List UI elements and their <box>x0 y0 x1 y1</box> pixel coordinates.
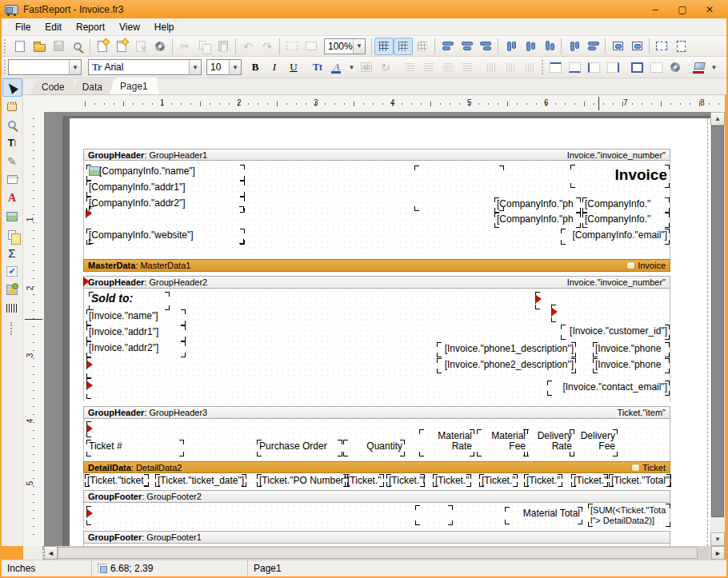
material-total-label-object[interactable]: Material Total <box>505 507 582 524</box>
zoom-select[interactable]: 100% ▼ <box>324 38 366 54</box>
hand-tool[interactable] <box>2 97 22 115</box>
phone2-value-object[interactable]: [Invoice."phone <box>593 358 670 373</box>
menu-edit[interactable]: Edit <box>38 19 69 35</box>
close-button[interactable]: ✕ <box>696 2 723 18</box>
company-email-object[interactable]: [CompanyInfo."email"] <box>561 229 670 245</box>
design-canvas[interactable]: GroupHeader: GroupHeader1 Invoice."invoi… <box>44 112 710 546</box>
fill-color-dropdown[interactable]: ▼ <box>709 58 719 76</box>
qty-header-object[interactable]: Quantity <box>343 440 405 456</box>
vertical-align-middle-button[interactable] <box>501 58 520 76</box>
menu-help[interactable]: Help <box>147 19 182 35</box>
company-addr1-object[interactable]: [CompanyInfo."addr1"] <box>86 181 245 197</box>
frame-bottom-button[interactable] <box>565 58 584 76</box>
center-vertically-button[interactable] <box>627 38 646 55</box>
sum-expression-object[interactable]: [SUM(<Ticket."Total"> DetailData2)] <box>588 504 670 527</box>
invoice-addr1-object[interactable]: [Invoice."addr1"] <box>86 325 186 341</box>
phone1-description-object[interactable]: [Invoice."phone1_description"] <box>437 342 576 357</box>
total-object-tool[interactable]: Σ <box>2 244 22 262</box>
band-groupheader1[interactable]: GroupHeader: GroupHeader1 Invoice."invoi… <box>83 149 670 161</box>
horizontal-scrollbar-thumb[interactable] <box>58 547 698 559</box>
align-centers-button[interactable] <box>457 38 476 55</box>
ticket-cell-object[interactable]: [Ticket." <box>479 474 518 487</box>
checkbox-object-tool[interactable]: ✔ <box>2 262 22 281</box>
paste-button[interactable] <box>214 38 233 55</box>
band-groupheader2[interactable]: GroupHeader: GroupHeader2 Invoice."invoi… <box>83 276 670 289</box>
barcode-object-tool[interactable] <box>2 299 22 317</box>
same-height-button[interactable] <box>671 38 690 55</box>
tab-data[interactable]: Data <box>71 79 114 94</box>
redo-button[interactable]: ↷ <box>258 38 277 55</box>
band-groupfooter2[interactable]: GroupFooter: GroupFooter2 <box>83 490 670 503</box>
font-color-button[interactable]: A <box>327 58 346 76</box>
italic-button[interactable]: I <box>265 58 284 76</box>
highlight-button[interactable]: ab <box>357 58 376 76</box>
picture-object-tool[interactable] <box>2 207 22 225</box>
ticket-cell-object[interactable]: [Ticket."l <box>386 474 425 487</box>
text-rotation-button[interactable]: ↻ <box>376 58 395 76</box>
center-horizontally-button[interactable] <box>608 38 627 55</box>
company-phone1-label-object[interactable]: [CompanyInfo."ph <box>494 197 581 213</box>
tab-page1[interactable]: Page1 <box>109 78 159 94</box>
menu-file[interactable]: File <box>8 19 38 35</box>
sold-to-object[interactable]: Sold to: <box>89 292 170 310</box>
ticket-number-header-object[interactable]: Ticket # <box>86 440 184 456</box>
new-dialog-page-button[interactable] <box>112 38 131 55</box>
po-header-object[interactable]: Purchase Order <box>257 440 342 456</box>
text-object-tool[interactable]: A <box>2 189 22 207</box>
fill-color-button[interactable] <box>690 58 709 76</box>
delivery-fee-header-object[interactable]: Delivery Fee <box>570 429 618 456</box>
new-report-page-button[interactable] <box>93 38 112 55</box>
menu-view[interactable]: View <box>112 19 147 35</box>
font-size-select[interactable]: 10 ▼ <box>206 59 242 75</box>
ungroup-objects-button[interactable] <box>302 38 321 55</box>
scroll-up-button[interactable]: ▲ <box>710 112 725 126</box>
ticket-cell-object[interactable]: [Ticket."PO Number"] <box>257 474 348 487</box>
invoice-title-object[interactable]: Invoice <box>570 165 670 188</box>
customer-id-object[interactable]: [Invoice."customer_id"] <box>561 325 670 340</box>
delete-page-button[interactable] <box>131 38 150 55</box>
scroll-down-button[interactable]: ▼ <box>710 532 725 546</box>
new-report-button[interactable] <box>10 38 30 55</box>
phone2-description-object[interactable]: [Invoice."phone2_description"] <box>437 358 576 373</box>
units-cell[interactable]: Inches <box>2 560 92 576</box>
phone1-value-object[interactable]: [Invoice."phone <box>593 342 670 357</box>
band-groupheader3[interactable]: GroupHeader: GroupHeader3 Ticket."item" <box>83 406 670 419</box>
vertical-align-top-button[interactable] <box>482 58 501 76</box>
band-detaildata2-content[interactable]: [Ticket."ticket_ [Ticket."ticket_date"] … <box>83 473 670 488</box>
maximize-button[interactable]: ▢ <box>669 2 696 18</box>
tab-code[interactable]: Code <box>30 79 76 94</box>
preview-button[interactable] <box>68 38 87 55</box>
text-align-right-button[interactable] <box>438 58 458 76</box>
band-groupfooter2-content[interactable]: Material Total [SUM(<Ticket."Total"> Det… <box>83 503 670 528</box>
company-phone2-value-object[interactable]: [CompanyInfo." <box>582 213 670 228</box>
font-color-dropdown[interactable]: ▼ <box>346 58 357 76</box>
scroll-right-button[interactable]: ► <box>711 546 725 560</box>
style-select[interactable]: ▼ <box>8 59 82 75</box>
space-vertically-button[interactable] <box>583 38 602 55</box>
frame-left-button[interactable] <box>584 58 603 76</box>
space-horizontally-button[interactable] <box>564 38 583 55</box>
empty-object[interactable] <box>86 357 134 378</box>
undo-button[interactable]: ↶ <box>238 38 258 55</box>
contact-email-object[interactable]: [Invoice."contact_email"] <box>547 381 670 396</box>
band-masterdata1[interactable]: MasterData: MasterData1 Invoice <box>83 259 670 272</box>
vertical-align-bottom-button[interactable] <box>520 58 539 76</box>
invoice-name-object[interactable]: [Invoice."name"] <box>86 309 186 325</box>
material-rate-header-object[interactable]: Material Rate <box>419 429 474 456</box>
horizontal-scrollbar[interactable]: ◄ ► <box>44 546 725 560</box>
invoice-addr2-object[interactable]: [Invoice."addr2"] <box>86 341 186 357</box>
horizontal-ruler[interactable]: 1 2 3 4 5 6 7 8 <box>23 95 725 112</box>
save-report-button[interactable] <box>49 38 68 55</box>
empty-object[interactable] <box>86 378 134 399</box>
shape-object-tool[interactable] <box>2 281 22 299</box>
format-painter-tool[interactable]: ✎ <box>2 152 22 170</box>
ticket-cell-object[interactable]: [Ticket." <box>524 474 562 487</box>
all-frame-button[interactable] <box>627 58 646 76</box>
select-tool[interactable] <box>2 78 22 97</box>
band-detaildata2[interactable]: DetailData: DetailData2 Ticket <box>83 461 670 473</box>
menu-report[interactable]: Report <box>69 19 112 35</box>
text-align-center-button[interactable] <box>419 58 438 76</box>
ticket-cell-object[interactable]: [Ticket."ticket_date"] <box>155 474 246 487</box>
text-align-left-button[interactable] <box>400 58 419 76</box>
text-justify-button[interactable] <box>458 58 477 76</box>
